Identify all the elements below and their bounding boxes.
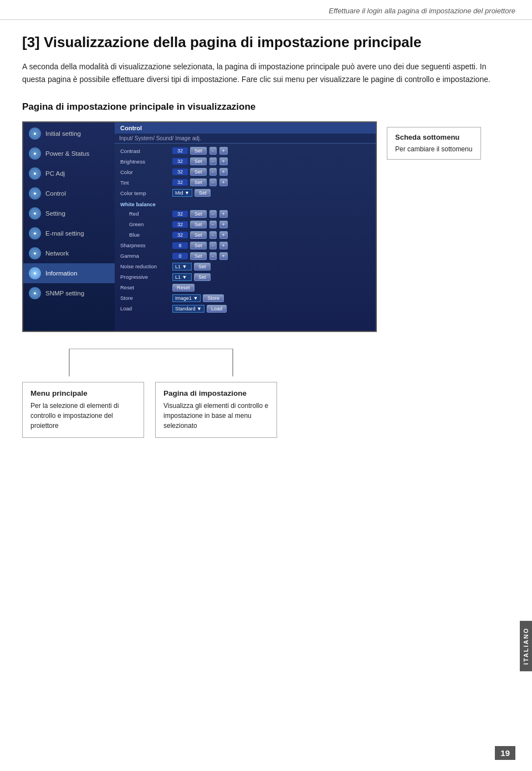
main-content: [3] Visualizzazione della pagina di impo… [0,20,532,451]
page-number: 19 [495,746,515,760]
connector-svg [22,349,410,382]
menu-initial-setting[interactable]: ● Initial setting [23,124,115,144]
annotation-menu-principale: Menu principale Per la selezione di elem… [22,382,144,438]
proj-sidebar: ● Initial setting ● Power & Status ● PC … [23,122,115,331]
setting-color: Color 32 Set - + [118,167,372,177]
menu-icon-information: ● [29,267,41,279]
connector-section: Menu principale Per la selezione di elem… [22,349,510,438]
menu-icon-snmp: ● [29,287,41,299]
page-title: [3] Visualizzazione della pagina di impo… [22,33,510,52]
menu-pc-adj[interactable]: ● PC Adj [23,164,115,183]
menu-control[interactable]: ● Control [23,183,115,203]
annotation-text-2: Visualizza gli elementi di controllo e i… [163,401,269,431]
setting-sharpness: Sharpness 8 Set - + [118,240,372,251]
panel-header: Control [115,122,376,134]
setting-load: Load Standard ▼ Load [118,303,372,314]
menu-setting[interactable]: ● Setting [23,203,115,223]
menu-icon-pc: ● [29,167,41,180]
callout-text: Per cambiare il sottomenu [395,145,473,154]
setting-tint: Tint 32 Set - + [118,177,372,188]
setting-green: Green 32 Set - + [118,219,372,229]
menu-icon-initial: ● [29,127,41,140]
setting-red: Red 32 Set - + [118,208,372,219]
page-header: Effettuare il login alla pagina di impos… [0,0,532,20]
setting-color-temp: Color temp Mid ▼ Set [118,188,372,198]
menu-icon-control: ● [29,187,41,200]
annotation-text-1: Per la selezione di elementi di controll… [30,401,136,431]
screenshot-area: ● Initial setting ● Power & Status ● PC … [22,121,510,332]
section-heading: Pagina di impostazione principale in vis… [22,101,510,113]
setting-noise-reduction: Noise reduction L1 ▼ Set [118,261,372,272]
setting-gamma: Gamma 0 Set - + [118,251,372,261]
language-tag: ITALIANO [520,621,532,671]
menu-icon-network: ● [29,247,41,259]
setting-reset: Reset Reset [118,282,372,293]
body-paragraph: A seconda della modalità di visualizzazi… [22,60,510,86]
annotation-title-1: Menu principale [30,389,136,397]
annotations-row: Menu principale Per la selezione di elem… [22,382,510,438]
settings-list: Contrast 32 Set - + Brightness 32 Set - … [115,144,376,331]
setting-blue: Blue 32 Set - + [118,229,372,240]
menu-power-status[interactable]: ● Power & Status [23,144,115,164]
panel-tabs: Input/ System/ Sound/ Image adj. [115,134,376,144]
callout-box: Scheda sottomenu Per cambiare il sottome… [387,127,481,160]
menu-email[interactable]: ● E-mail setting [23,223,115,243]
annotation-pagina-impostazione: Pagina di impostazione Visualizza gli el… [155,382,277,438]
header-title: Effettuare il login alla pagina di impos… [329,7,515,15]
proj-panel: Control Input/ System/ Sound/ Image adj.… [115,122,376,331]
page-number-area: 19 [495,746,515,760]
callout-title: Scheda sottomenu [395,133,473,141]
setting-brightness: Brightness 32 Set - + [118,156,372,167]
menu-icon-setting: ● [29,207,41,219]
menu-network[interactable]: ● Network [23,243,115,263]
menu-information[interactable]: ● Information [23,263,115,283]
setting-store: Store Image1 ▼ Store [118,293,372,303]
menu-icon-email: ● [29,227,41,239]
setting-progressive: Progressive L1 ▼ Set [118,272,372,282]
annotation-title-2: Pagina di impostazione [163,389,269,397]
menu-icon-power: ● [29,147,41,160]
projector-ui: ● Initial setting ● Power & Status ● PC … [22,121,377,332]
setting-white-balance-label: White balance [118,198,372,209]
setting-contrast: Contrast 32 Set - + [118,146,372,156]
menu-snmp[interactable]: ● SNMP setting [23,283,115,303]
